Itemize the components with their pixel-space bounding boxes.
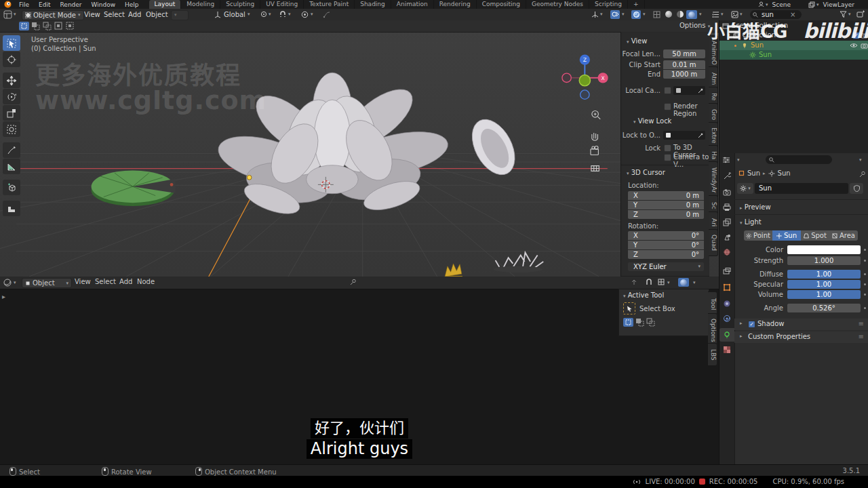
datablock-name-field[interactable]: Sun (755, 183, 848, 194)
select-mode-subtract-icon[interactable] (43, 22, 52, 30)
fake-user-shield-button[interactable] (850, 183, 863, 194)
workspace-tab-texture-paint[interactable]: Texture Paint (304, 0, 355, 9)
orientation-icon[interactable] (214, 9, 221, 20)
hide-eye-icon[interactable] (850, 43, 858, 48)
workspace-tab-uv-editing[interactable]: UV Editing (260, 0, 304, 9)
select-mode-extend-icon[interactable] (31, 22, 40, 30)
cursor-rot-z[interactable]: Z0° (628, 250, 704, 259)
shading-material-icon[interactable] (675, 9, 685, 20)
shading-wireframe-icon[interactable] (653, 9, 660, 20)
properties-search[interactable] (766, 155, 832, 164)
shading-solid-icon[interactable] (664, 9, 673, 20)
options-dropdown[interactable]: Options ▾ (679, 22, 710, 29)
shader-object-selector[interactable]: Object▾ (22, 278, 72, 288)
panel-view-header[interactable]: ▾ View (627, 37, 647, 45)
view-layer-name[interactable]: ViewLayer (819, 1, 868, 8)
cursor-rot-x[interactable]: X0° (628, 231, 704, 240)
tool-annotate[interactable] (3, 142, 20, 158)
proportional-editing-icon[interactable] (301, 9, 309, 20)
node-snap-icon[interactable] (646, 279, 652, 285)
select-mode-invert-icon[interactable] (54, 22, 63, 30)
tool-rotate[interactable] (3, 89, 20, 104)
active-tool-row[interactable]: Select Box (619, 301, 709, 316)
render-region-checkbox[interactable] (664, 103, 671, 110)
sidebar-tab-quad[interactable]: Quad (709, 229, 718, 256)
viewport-menu-add[interactable]: Add (128, 9, 141, 20)
angle-field[interactable]: 0.526° (787, 304, 861, 312)
menu-window[interactable]: Window (87, 1, 121, 8)
panel-view-lock-header[interactable]: ▾ View Lock (633, 117, 671, 125)
tab-tool-icon[interactable] (723, 172, 731, 180)
light-type-point[interactable]: Point (744, 230, 772, 241)
breadcrumb-object[interactable]: Sun (747, 169, 760, 177)
blender-logo-icon[interactable] (4, 1, 12, 8)
editor-type-chevron[interactable]: ▾ (14, 9, 16, 20)
properties-nav-chevron[interactable]: ▾ (737, 157, 740, 163)
tool-select-box[interactable] (3, 35, 20, 51)
mode-selector[interactable]: Object Mode▾ (22, 10, 84, 20)
volume-slider[interactable]: 1.00 (787, 290, 861, 299)
lock-3d-cursor-checkbox[interactable] (664, 144, 671, 152)
eyedropper-icon[interactable] (698, 88, 703, 94)
workspace-tab-animation[interactable]: Animation (391, 0, 434, 9)
pivot-chevron[interactable]: ▾ (269, 9, 271, 20)
workspace-tab-compositing[interactable]: Compositing (477, 0, 526, 9)
scene-name[interactable]: Scene (768, 1, 808, 8)
tool-add-primitive[interactable] (3, 180, 20, 195)
menu-edit[interactable]: Edit (34, 1, 55, 8)
panel-drag-handle[interactable]: ≡ (859, 333, 864, 340)
workspace-tab-modeling[interactable]: Modeling (181, 0, 220, 9)
tool-move[interactable] (3, 73, 20, 88)
node-sidebar-tab-options[interactable]: Options (708, 313, 717, 347)
properties-editor-type-icon[interactable] (722, 156, 730, 164)
tab-view-layer-icon[interactable] (723, 218, 731, 226)
local-camera-checkbox[interactable] (664, 87, 671, 94)
pin-icon[interactable] (350, 279, 357, 285)
breadcrumb-data[interactable]: Sun (778, 169, 791, 177)
node-overlay-icon[interactable] (658, 279, 665, 285)
add-workspace-button[interactable]: + (628, 0, 645, 9)
panel-preview-header[interactable]: ▸ Preview (740, 203, 771, 211)
light-type-area[interactable]: Area (829, 230, 858, 241)
xray-chevron[interactable]: ▾ (643, 9, 646, 20)
shader-editor-type-chevron[interactable]: ▾ (14, 280, 16, 285)
interaction-dropdown[interactable]: ▾ (171, 10, 189, 20)
panel-shadow-header[interactable]: ▸ ✓ Shadow ≡ (734, 319, 868, 330)
workspace-tab-rendering[interactable]: Rendering (434, 0, 477, 9)
shader-editor-type-icon[interactable] (3, 279, 12, 287)
clip-end-field[interactable]: 1000 m (663, 70, 705, 79)
overlays-chevron[interactable]: ▾ (622, 9, 625, 20)
parent-node-icon[interactable] (631, 279, 637, 285)
workspace-tab-geometry-nodes[interactable]: Geometry Nodes (526, 0, 589, 9)
tab-object-data-active[interactable] (719, 328, 734, 342)
panel-custom-properties-header[interactable]: ▸ Custom Properties ≡ (734, 331, 868, 343)
panel-drag-handle[interactable]: ≡ (859, 320, 864, 327)
tab-scene-icon[interactable] (723, 233, 731, 241)
viewport-menu-object[interactable]: Object (146, 9, 168, 20)
tool-mode-subtract-icon[interactable] (646, 318, 655, 327)
proportional-chevron[interactable]: ▾ (311, 9, 313, 20)
orientation-chevron[interactable]: ▾ (248, 9, 250, 20)
pin-icon[interactable] (859, 171, 866, 178)
shading-chevron[interactable]: ▾ (699, 9, 702, 20)
cursor-rot-y[interactable]: Y0° (628, 241, 704, 249)
shading-rendered-icon[interactable] (686, 10, 697, 19)
cursor-loc-x[interactable]: X0 m (628, 191, 704, 200)
specular-slider[interactable]: 1.00 (787, 280, 861, 289)
node-preview-icon[interactable] (678, 278, 689, 287)
tab-collection-icon[interactable] (723, 267, 731, 275)
falloff-icon[interactable] (323, 9, 330, 20)
tab-world-icon[interactable] (723, 248, 731, 256)
menu-file[interactable]: File (14, 1, 34, 8)
euler-order-dropdown[interactable]: XYZ Euler▾ (628, 262, 704, 271)
light-type-spot[interactable]: Spot (801, 230, 829, 241)
tab-output-icon[interactable] (723, 203, 731, 211)
workspace-tab-sculpting[interactable]: Sculpting (220, 0, 260, 9)
tab-object-icon[interactable] (723, 283, 731, 291)
node-menu-view[interactable]: View (75, 278, 91, 285)
scene-icon[interactable] (758, 1, 764, 7)
node-menu-select[interactable]: Select (95, 278, 116, 285)
snap-chevron[interactable]: ▾ (288, 9, 291, 20)
properties-options-chevron[interactable]: ▾ (859, 157, 862, 163)
tool-scale[interactable] (3, 105, 20, 121)
